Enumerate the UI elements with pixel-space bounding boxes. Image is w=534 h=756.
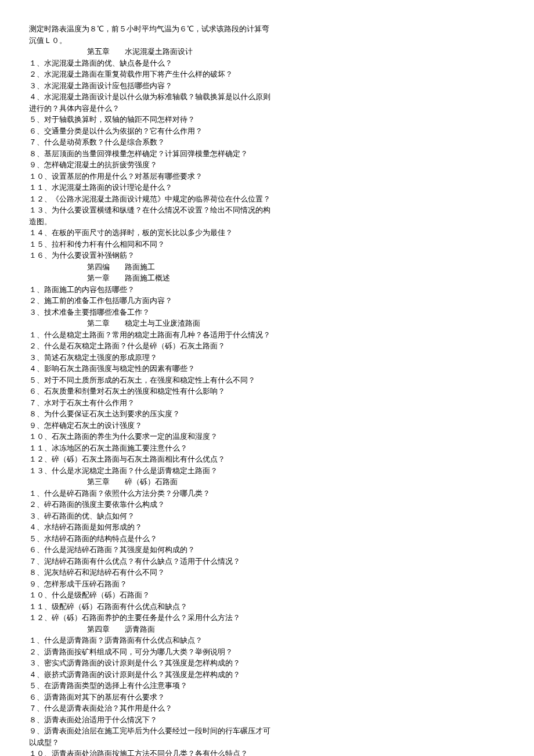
document-body: 测定时路表温度为８℃，前５小时平均气温为６℃，试求该路段的计算弯沉值Ｌ０。 第五… [29, 23, 273, 756]
p4-ch1-q3: ３、技术准备主要指哪些准备工作？ [29, 307, 273, 318]
ch5-q15: １５、拉杆和传力杆有什么相同和不同？ [29, 239, 273, 250]
p4-ch2-q13: １３、什么是水泥稳定土路面？什么是沥青稳定土路面？ [29, 465, 273, 477]
p4-ch4-q7: ７、什么是沥青表面处治？其作用是什么？ [29, 703, 273, 714]
p4-ch3-q10: １０、什么是级配碎（砾）石路面？ [29, 589, 273, 601]
p4-ch4-q8: ８、沥青表面处治适用于什么情况下？ [29, 714, 273, 726]
p4-ch4-q10: １０、沥青表面处治路面按施工方法不同分几类？各有什么特点？ [29, 748, 273, 756]
p4-ch3-q11: １１、级配碎（砾）石路面有什么优点和缺点？ [29, 601, 273, 613]
ch5-q11: １１、水泥混凝土路面的设计理论是什么？ [29, 182, 273, 193]
p4-ch3-q2: ２、碎石路面的强度主要依靠什么构成？ [29, 499, 273, 510]
p4-ch2-q7: ７、水对于石灰土有什么作用？ [29, 397, 273, 409]
ch5-q10: １０、设置基层的作用是什么？对基层有哪些要求？ [29, 171, 273, 182]
p4-ch4-q9: ９、沥青表面处治层在施工完毕后为什么要经过一段时间的行车碾压才可以成型？ [29, 725, 273, 748]
ch5-q1: １、水泥混凝土路面的优、缺点各是什么？ [29, 57, 273, 69]
p4-ch2-q10: １０、石灰土路面的养生为什么要求一定的温度和湿度？ [29, 431, 273, 442]
intro-text: 测定时路表温度为８℃，前５小时平均气温为６℃，试求该路段的计算弯沉值Ｌ０。 [29, 23, 273, 46]
p4-ch4-title: 第四章 沥青路面 [29, 624, 273, 635]
ch5-q16: １６、为什么要设置补强钢筋？ [29, 250, 273, 261]
part4-title: 第四编 路面施工 [29, 261, 273, 273]
ch5-q8: ８、基层顶面的当量回弹模量怎样确定？计算回弹模量怎样确定？ [29, 148, 273, 160]
p4-ch2-title: 第二章 稳定土与工业废渣路面 [29, 318, 273, 329]
p4-ch2-q3: ３、简述石灰稳定土强度的形成原理？ [29, 352, 273, 363]
p4-ch2-q2: ２、什么是石灰稳定土路面？什么是碎（砾）石灰土路面？ [29, 340, 273, 352]
ch5-q12: １２、《公路水泥混凝土路面设计规范》中规定的临界荷位在什么位置？ [29, 193, 273, 205]
ch5-q14: １４、在板的平面尺寸的选择时，板的宽长比以多少为最佳？ [29, 227, 273, 239]
p4-ch2-q9: ９、怎样确定石灰土的设计强度？ [29, 420, 273, 431]
p4-ch2-q1: １、什么是稳定土路面？常用的稳定土路面有几种？各适用于什么情况？ [29, 329, 273, 341]
ch5-q4: ４、水泥混凝土路面设计是以什么做为标准轴载？轴载换算是以什么原则进行的？具体内容… [29, 91, 273, 114]
p4-ch4-q5: ５、在沥青路面类型的选择上有什么注意事项？ [29, 680, 273, 692]
p4-ch2-q5: ５、对于不同土质所形成的石灰土，在强度和稳定性上有什么不同？ [29, 375, 273, 386]
ch5-title: 第五章 水泥混凝土路面设计 [29, 46, 273, 57]
p4-ch4-q3: ３、密实式沥青路面的设计原则是什么？其强度是怎样构成的？ [29, 657, 273, 669]
ch5-q9: ９、怎样确定混凝土的抗折疲劳强度？ [29, 159, 273, 171]
p4-ch4-q6: ６、沥青路面对其下的基层有什么要求？ [29, 692, 273, 703]
p4-ch1-q1: １、路面施工的内容包括哪些？ [29, 284, 273, 296]
p4-ch1-title: 第一章 路面施工概述 [29, 272, 273, 284]
p4-ch4-q4: ４、嵌挤式沥青路面的设计原则是什么？其强度是怎样构成的？ [29, 669, 273, 681]
p4-ch2-q4: ４、影响石灰土路面强度与稳定性的因素有哪些？ [29, 363, 273, 375]
p4-ch4-q2: ２、沥青路面按矿料组成不同，可分为哪几大类？举例说明？ [29, 646, 273, 658]
p4-ch3-q4: ４、水结碎石路面是如何形成的？ [29, 521, 273, 533]
ch5-q7: ７、什么是动荷系数？什么是综合系数？ [29, 136, 273, 148]
p4-ch3-q1: １、什么是碎石路面？依照什么方法分类？分哪几类？ [29, 488, 273, 499]
p4-ch2-q11: １１、冰冻地区的石灰土路面施工要注意什么？ [29, 442, 273, 454]
p4-ch3-q12: １２、碎（砾）石路面养护的主要任务是什么？采用什么方法？ [29, 612, 273, 624]
p4-ch3-q8: ８、泥灰结碎石和泥结碎石有什么不同？ [29, 567, 273, 578]
p4-ch1-q2: ２、施工前的准备工作包括哪几方面内容？ [29, 295, 273, 307]
p4-ch3-q5: ５、水结碎石路面的结构特点是什么？ [29, 533, 273, 545]
p4-ch3-title: 第三章 碎（砾）石路面 [29, 476, 273, 488]
ch5-q13: １３、为什么要设置横缝和纵缝？在什么情况不设置？绘出不同情况的构造图。 [29, 204, 273, 227]
p4-ch3-q7: ７、泥结碎石路面有什么优点？有什么缺点？适用于什么情况？ [29, 556, 273, 567]
ch5-q3: ３、水泥混凝土路面设计应包括哪些内容？ [29, 80, 273, 92]
p4-ch3-q6: ６、什么是泥结碎石路面？其强度是如何构成的？ [29, 544, 273, 556]
p4-ch2-q6: ６、石灰质量和剂量对石灰土的强度和稳定性有什么影响？ [29, 386, 273, 397]
ch5-q5: ５、对于轴载换算时，双轴的轴距不同怎样对待？ [29, 114, 273, 125]
p4-ch4-q1: １、什么是沥青路面？沥青路面有什么优点和缺点？ [29, 635, 273, 646]
ch5-q2: ２、水泥混凝土路面在重复荷载作用下将产生什么样的破坏？ [29, 69, 273, 80]
p4-ch2-q12: １２、碎（砾）石灰土路面与石灰土路面相比有什么优点？ [29, 453, 273, 465]
p4-ch2-q8: ８、为什么要保证石灰土达到要求的压实度？ [29, 408, 273, 420]
p4-ch3-q3: ３、碎石路面的优、缺点如何？ [29, 510, 273, 522]
p4-ch3-q9: ９、怎样形成干压碎石路面？ [29, 578, 273, 590]
ch5-q6: ６、交通量分类是以什么为依据的？它有什么作用？ [29, 125, 273, 137]
